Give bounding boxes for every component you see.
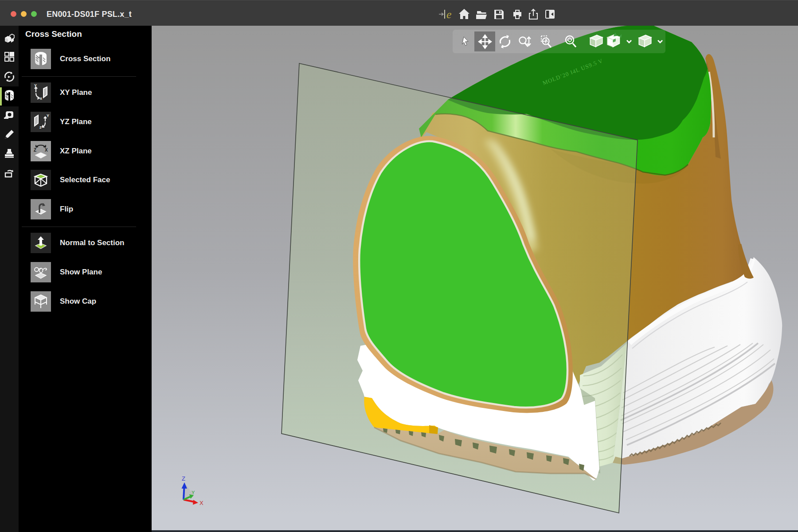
svg-text:Z: Z — [182, 475, 185, 482]
svg-text:Z: Z — [34, 148, 36, 153]
svg-text:Y: Y — [192, 490, 195, 495]
svg-text:X: X — [45, 148, 48, 153]
svg-text:Y: Y — [47, 113, 49, 118]
svg-text:x: x — [40, 96, 42, 101]
svg-text:e: e — [446, 8, 452, 21]
svg-text:z: z — [39, 125, 42, 129]
svg-text:Y: Y — [34, 83, 37, 88]
svg-text:X: X — [200, 500, 203, 506]
